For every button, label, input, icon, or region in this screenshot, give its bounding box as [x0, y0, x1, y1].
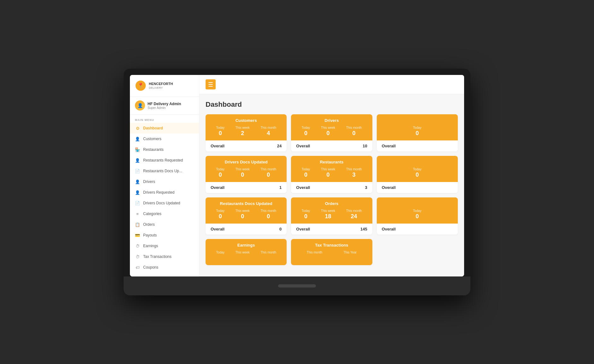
main-menu-label: MAIN MENU	[130, 115, 199, 123]
customers-metrics: Today 0 This week 2 This month 4	[211, 126, 282, 137]
drivers-this-month: This month 0	[346, 126, 362, 137]
user-role: Super Admin	[148, 106, 181, 110]
sidebar-item-label: Orders	[143, 222, 155, 227]
hamburger-line	[208, 82, 213, 83]
orders-today: Today 0	[302, 209, 310, 220]
sidebar-item-label: Coupons	[143, 265, 158, 270]
avatar: 👤	[135, 100, 145, 111]
sidebar-item-label: Customers	[143, 137, 161, 141]
tax-metrics: This month This Year	[296, 251, 367, 261]
app-subtitle: DELIVERY	[149, 86, 173, 89]
restaurants-docs-card: Restaurants Docs Updated Today 0 This we…	[206, 197, 287, 235]
sidebar-item-restaurants-requested[interactable]: 👤 Restaurants Requested	[130, 155, 199, 166]
sidebar-item-customers[interactable]: 👤 Customers	[130, 134, 199, 144]
page-title: Dashboard	[206, 100, 458, 109]
sidebar-item-label: Restaurants Requested	[143, 158, 183, 162]
restaurants-docs-this-week: This week 0	[236, 209, 250, 220]
restaurants-docs-header: Restaurants Docs Updated Today 0 This we…	[206, 197, 287, 224]
customers-card-title: Customers	[211, 118, 282, 123]
sidebar-item-earnings[interactable]: ⏱ Earnings	[130, 241, 199, 251]
drivers-metrics: Today 0 This week 0 This month 0	[296, 126, 367, 137]
sidebar-item-orders[interactable]: 📋 Orders	[130, 219, 199, 230]
sidebar-item-dashboard[interactable]: ⊙ Dashboard	[130, 123, 199, 134]
sidebar-item-restaurants[interactable]: 🏪 Restaurants	[130, 144, 199, 155]
partial-card-3: Today 0 Overall	[377, 197, 458, 235]
sidebar-item-label: Drivers	[143, 179, 155, 184]
partial-card-2-header: Today 0	[377, 156, 458, 182]
partial-card-3-header: Today 0	[377, 197, 458, 224]
restaurants-header: Restaurants Today 0 This week 0	[291, 156, 372, 182]
restaurants-docs-icon: 📄	[135, 168, 140, 173]
partial-card-1-footer: Overall	[377, 140, 458, 151]
sidebar-item-label: Drivers Docs Updated	[143, 201, 180, 205]
sidebar-item-payouts[interactable]: 💳 Payouts	[130, 230, 199, 241]
restaurants-icon: 🏪	[135, 147, 140, 152]
drivers-docs-title: Drivers Docs Updated	[211, 160, 282, 164]
drivers-card-title: Drivers	[296, 118, 367, 123]
earnings-this-month: This month	[261, 251, 276, 261]
app-logo-icon: 📍	[135, 80, 146, 91]
sidebar-item-label: Tax Transactions	[143, 254, 172, 259]
tax-this-year: This Year	[343, 251, 357, 261]
sidebar-item-coupons[interactable]: 🏷 Coupons	[130, 262, 199, 273]
hamburger-line	[208, 84, 213, 85]
sidebar-item-label: Restaurants Docs Up...	[143, 169, 182, 173]
customers-today: Today 0	[216, 126, 224, 137]
partial-card-3-footer: Overall	[377, 224, 458, 235]
customers-this-month: This month 4	[261, 126, 276, 137]
restaurants-requested-icon: 👤	[135, 158, 140, 163]
sidebar-item-drivers[interactable]: 👤 Drivers	[130, 176, 199, 187]
sidebar-item-drivers-docs[interactable]: 📄 Drivers Docs Updated	[130, 198, 199, 208]
sidebar: 📍 HENCEFORTH DELIVERY 👤 HF Delivery Admi…	[130, 75, 199, 276]
tax-icon: ⏱	[135, 254, 140, 259]
sidebar-item-label: Categories	[143, 212, 161, 216]
sidebar-item-tax-transactions[interactable]: ⏱ Tax Transactions	[130, 251, 199, 262]
restaurants-title: Restaurants	[296, 160, 367, 164]
dashboard-icon: ⊙	[135, 126, 140, 131]
drivers-footer: Overall 10	[291, 140, 372, 151]
user-section: 👤 HF Delivery Admin Super Admin	[130, 97, 199, 115]
customers-card: Customers Today 0 This week 2	[206, 114, 287, 151]
sidebar-item-categories[interactable]: ≡ Categories	[130, 208, 199, 219]
customers-this-week: This week 2	[236, 126, 250, 137]
orders-this-week: This week 18	[321, 209, 335, 220]
dashboard-grid: Customers Today 0 This week 2	[206, 114, 458, 265]
drivers-today: Today 0	[302, 126, 310, 137]
sidebar-item-label: Earnings	[143, 244, 158, 248]
tax-transactions-card: Tax Transactions This month This Year	[291, 239, 372, 265]
sidebar-item-restaurants-docs[interactable]: 📄 Restaurants Docs Up...	[130, 166, 199, 176]
tax-this-month: This month	[307, 251, 322, 261]
coupons-icon: 🏷	[135, 265, 140, 270]
sidebar-item-label: Restaurants	[143, 147, 164, 152]
drivers-docs-today: Today 0	[216, 168, 224, 178]
partial-card-2-metrics: Today 0	[382, 168, 453, 178]
drivers-docs-metrics: Today 0 This week 0 This month 0	[211, 168, 282, 178]
drivers-docs-footer: Overall 1	[206, 182, 287, 193]
sidebar-item-drivers-requested[interactable]: 👤 Drivers Requested	[130, 187, 199, 198]
main-content: Dashboard Customers Today 0	[199, 75, 464, 276]
earnings-title: Earnings	[211, 243, 282, 247]
partial-today: Today 0	[413, 126, 422, 137]
partial-card-1: Today 0 Overall	[377, 114, 458, 151]
content-area: Dashboard Customers Today 0	[199, 94, 464, 276]
orders-header: Orders Today 0 This week 18	[291, 197, 372, 224]
drivers-docs-icon: 📄	[135, 201, 140, 206]
logo-area: 📍 HENCEFORTH DELIVERY	[130, 75, 199, 97]
sidebar-item-label: Drivers Requested	[143, 190, 174, 195]
partial-card-2-title	[382, 160, 453, 164]
customers-icon: 👤	[135, 136, 140, 141]
drivers-docs-header: Drivers Docs Updated Today 0 This week 0	[206, 156, 287, 182]
restaurants-docs-footer: Overall 0	[206, 224, 287, 235]
partial-card-1-header: Today 0	[377, 114, 458, 140]
orders-icon: 📋	[135, 222, 140, 227]
partial-2-today: Today 0	[413, 168, 422, 178]
hamburger-button[interactable]	[206, 79, 216, 89]
restaurants-docs-title: Restaurants Docs Updated	[211, 201, 282, 206]
restaurants-card: Restaurants Today 0 This week 0	[291, 156, 372, 193]
drivers-card: Drivers Today 0 This week 0	[291, 114, 372, 151]
orders-metrics: Today 0 This week 18 This month 24	[296, 209, 367, 220]
categories-icon: ≡	[135, 211, 140, 216]
restaurants-docs-this-month: This month 0	[261, 209, 276, 220]
orders-footer: Overall 145	[291, 224, 372, 235]
partial-3-today: Today 0	[413, 209, 422, 220]
